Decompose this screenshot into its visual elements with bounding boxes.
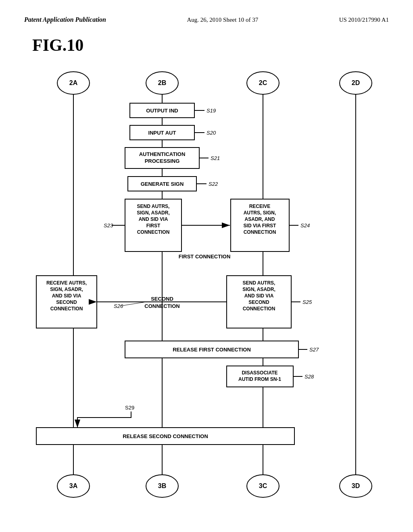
svg-text:CONNECTION: CONNECTION	[144, 303, 179, 309]
svg-text:SECOND: SECOND	[56, 299, 77, 305]
svg-text:S27: S27	[309, 347, 319, 353]
svg-text:OUTPUT IND: OUTPUT IND	[146, 108, 178, 114]
svg-text:SIGN, ASADR,: SIGN, ASADR,	[242, 287, 275, 292]
svg-text:INPUT AUT: INPUT AUT	[148, 130, 176, 136]
page: Patent Application Publication Aug. 26, …	[0, 0, 413, 532]
patent-number: US 2010/217990 A1	[339, 17, 389, 23]
svg-text:CONNECTION: CONNECTION	[243, 306, 275, 312]
svg-text:ASADR, AND: ASADR, AND	[245, 216, 275, 222]
svg-text:CONNECTION: CONNECTION	[50, 306, 83, 312]
svg-text:S29: S29	[125, 405, 134, 411]
svg-text:S19: S19	[206, 108, 216, 114]
svg-text:3B: 3B	[158, 482, 166, 489]
svg-text:SECOND: SECOND	[248, 299, 269, 305]
svg-text:RELEASE FIRST CONNECTION: RELEASE FIRST CONNECTION	[173, 347, 251, 353]
svg-text:SIGN, ASADR,: SIGN, ASADR,	[50, 287, 83, 292]
svg-text:AND SID VIA: AND SID VIA	[52, 293, 81, 299]
svg-text:S26: S26	[114, 303, 123, 309]
svg-text:AND SID VIA: AND SID VIA	[139, 216, 168, 222]
svg-text:FIRST CONNECTION: FIRST CONNECTION	[179, 254, 231, 260]
date-sheet-label: Aug. 26, 2010 Sheet 10 of 37	[187, 17, 258, 23]
svg-text:S24: S24	[300, 222, 310, 229]
svg-text:FIRST: FIRST	[146, 223, 161, 229]
figure-label: FIG.10	[32, 35, 389, 55]
svg-text:RELEASE SECOND CONNECTION: RELEASE SECOND CONNECTION	[123, 433, 208, 439]
svg-line-67	[121, 302, 146, 306]
svg-text:2C: 2C	[259, 79, 267, 86]
svg-text:GENERATE SIGN: GENERATE SIGN	[141, 181, 184, 187]
svg-text:AUTHENTICATION: AUTHENTICATION	[139, 151, 186, 157]
svg-text:SECOND: SECOND	[151, 296, 173, 302]
svg-text:S25: S25	[302, 299, 312, 305]
svg-text:3A: 3A	[69, 482, 78, 489]
svg-text:RECEIVE: RECEIVE	[249, 204, 271, 209]
svg-text:SEND AUTRS,: SEND AUTRS,	[243, 280, 275, 286]
svg-text:2A: 2A	[69, 79, 78, 86]
svg-text:DISASSOCIATE: DISASSOCIATE	[242, 370, 277, 376]
svg-text:S22: S22	[209, 181, 218, 187]
svg-text:AUTRS, SIGN,: AUTRS, SIGN,	[244, 210, 276, 216]
svg-text:AUTID FROM SN-1: AUTID FROM SN-1	[238, 376, 281, 382]
svg-text:AND SID VIA: AND SID VIA	[244, 293, 274, 299]
svg-text:CONNECTION: CONNECTION	[137, 229, 170, 235]
page-header: Patent Application Publication Aug. 26, …	[24, 16, 389, 23]
svg-text:S21: S21	[211, 155, 220, 161]
svg-text:3D: 3D	[352, 482, 360, 489]
svg-text:RECEIVE AUTRS,: RECEIVE AUTRS,	[46, 280, 87, 286]
svg-text:CONNECTION: CONNECTION	[244, 229, 276, 235]
svg-text:2D: 2D	[352, 79, 360, 86]
svg-text:PROCESSING: PROCESSING	[145, 158, 180, 164]
diagram-area: 2A 2B 2C 2D OUTPUT IND S1	[25, 59, 388, 502]
svg-text:SID VIA FIRST: SID VIA FIRST	[244, 223, 277, 229]
svg-text:2B: 2B	[158, 79, 166, 86]
publication-label: Patent Application Publication	[24, 16, 106, 23]
svg-text:S28: S28	[305, 374, 314, 380]
diagram-svg: 2A 2B 2C 2D OUTPUT IND S1	[25, 59, 388, 502]
svg-text:3C: 3C	[259, 482, 267, 489]
svg-text:S20: S20	[206, 130, 216, 136]
svg-text:SEND AUTRS,: SEND AUTRS,	[137, 204, 170, 209]
svg-text:SIGN, ASADR,: SIGN, ASADR,	[137, 210, 170, 216]
